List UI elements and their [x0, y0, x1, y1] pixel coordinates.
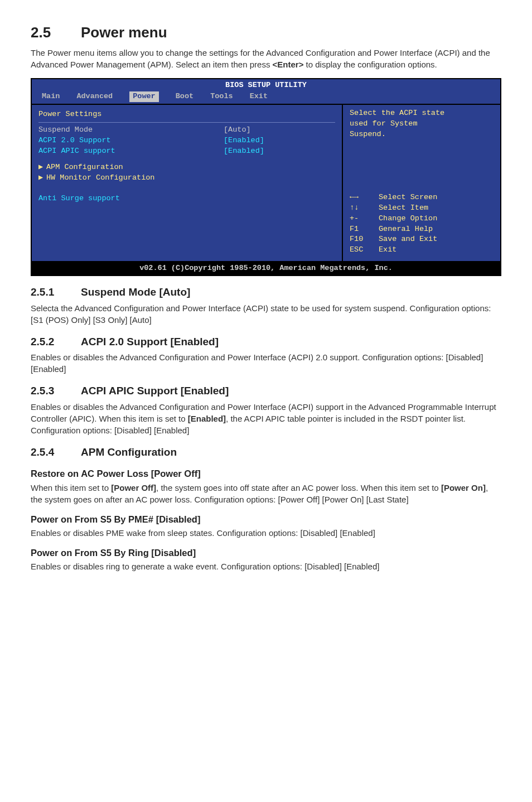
- bios-key-row: ↑↓Select Item: [350, 203, 495, 214]
- subsection-heading-253: 2.5.3ACPI APIC Support [Enabled]: [31, 384, 501, 399]
- bios-item-label: ACPI APIC support: [38, 146, 224, 157]
- sub3-heading-restore: Restore on AC Power Loss [Power Off]: [31, 467, 501, 480]
- subsection-title: Suspend Mode [Auto]: [81, 286, 190, 298]
- bios-key-legend: ←→Select Screen ↑↓Select Item +-Change O…: [350, 176, 495, 255]
- subsection-body-251: Selecta the Advanced Configuration and P…: [31, 302, 501, 326]
- bios-key: F10: [350, 234, 373, 245]
- subsection-body-252: Enables or disables the Advanced Configu…: [31, 351, 501, 375]
- subsection-number: 2.5.4: [31, 445, 81, 460]
- subsection-number: 2.5.2: [31, 335, 81, 350]
- subsection-heading-251: 2.5.1Suspend Mode [Auto]: [31, 285, 501, 300]
- p1-b2: [Power On]: [441, 483, 486, 492]
- bios-key: +-: [350, 214, 373, 224]
- bios-key-desc: Exit: [379, 245, 396, 255]
- p1-b1: [Power Off]: [111, 483, 156, 492]
- bios-key: ESC: [350, 245, 373, 255]
- bios-item-value: [Auto]: [224, 125, 335, 136]
- bios-key: ←→: [350, 192, 373, 203]
- bios-right-pane: Select the ACPI state used for System Su…: [343, 105, 500, 261]
- bios-key: ↑↓: [350, 203, 373, 214]
- bios-item-acpi20[interactable]: ACPI 2.0 Support [Enabled]: [38, 136, 335, 146]
- bios-item-value: [Enabled]: [224, 136, 335, 146]
- bios-left-pane: Power Settings Suspend Mode [Auto] ACPI …: [32, 105, 343, 261]
- body-bold: [Enabled]: [188, 414, 226, 423]
- bios-footer: v02.61 (C)Copyright 1985-2010, American …: [32, 261, 500, 275]
- bios-help-text: Select the ACPI state used for System Su…: [350, 108, 495, 140]
- bios-tab-power[interactable]: Power: [129, 91, 159, 102]
- bios-tab-boot[interactable]: Boot: [176, 91, 194, 102]
- bios-submenu-label: APM Configuration: [46, 163, 123, 171]
- bios-screenshot: BIOS SETUP UTILITY Main Advanced Power B…: [31, 78, 501, 276]
- bios-pane-heading: Power Settings: [38, 108, 335, 121]
- bios-tab-tools[interactable]: Tools: [210, 91, 233, 102]
- bios-key-row: F1General Help: [350, 224, 495, 235]
- bios-submenu-hwmon[interactable]: ▶HW Monitor Configuration: [38, 173, 335, 183]
- bios-tab-advanced[interactable]: Advanced: [76, 91, 113, 102]
- sub3-heading-pme: Power on From S5 By PME# [Disabled]: [31, 513, 501, 526]
- bios-tab-exit[interactable]: Exit: [250, 91, 268, 102]
- bios-divider: [38, 122, 335, 123]
- subsection-title: ACPI 2.0 Support [Enabled]: [81, 336, 219, 347]
- bios-submenu-apm[interactable]: ▶APM Configuration: [38, 162, 335, 173]
- bios-key-desc: General Help: [379, 224, 433, 235]
- bios-tab-bar: Main Advanced Power Boot Tools Exit: [32, 91, 500, 104]
- bios-tab-main[interactable]: Main: [42, 91, 60, 102]
- sub3-body-ring: Enables or disables ring to generate a w…: [31, 561, 501, 572]
- bios-title: BIOS SETUP UTILITY: [32, 79, 500, 91]
- subsection-title: ACPI APIC Support [Enabled]: [81, 385, 229, 397]
- sub3-heading-ring: Power on From S5 By Ring [Disabled]: [31, 547, 501, 559]
- bios-item-value: [Enabled]: [224, 146, 335, 157]
- section-number: 2.5: [31, 22, 81, 42]
- bios-key-desc: Select Item: [379, 203, 428, 214]
- triangle-icon: ▶: [38, 162, 46, 173]
- intro-suffix: to display the configuration options.: [303, 60, 437, 69]
- subsection-heading-254: 2.5.4APM Configuration: [31, 445, 501, 460]
- subsection-body-253: Enables or disables the Advanced Configu…: [31, 401, 501, 436]
- bios-key-row: ←→Select Screen: [350, 192, 495, 203]
- subsection-number: 2.5.3: [31, 384, 81, 399]
- bios-key-row: F10Save and Exit: [350, 234, 495, 245]
- bios-submenu-label: HW Monitor Configuration: [46, 173, 154, 182]
- section-heading: 2.5Power menu: [31, 22, 501, 42]
- intro-bold: <Enter>: [273, 60, 304, 69]
- bios-item-anti-surge[interactable]: Anti Surge support: [38, 194, 335, 204]
- bios-help-line: Suspend.: [350, 129, 495, 140]
- bios-item-acpi-apic[interactable]: ACPI APIC support [Enabled]: [38, 146, 335, 157]
- bios-help-line: used for System: [350, 119, 495, 129]
- subsection-title: APM Configuration: [81, 446, 177, 458]
- subsection-number: 2.5.1: [31, 285, 81, 300]
- triangle-icon: ▶: [38, 173, 46, 183]
- sub3-body-restore: When this item set to [Power Off], the s…: [31, 482, 501, 505]
- bios-item-label: Suspend Mode: [38, 125, 224, 136]
- bios-key-desc: Change Option: [379, 214, 437, 224]
- bios-key: F1: [350, 224, 373, 235]
- sub3-body-pme: Enables or disables PME wake from sleep …: [31, 527, 501, 539]
- bios-key-row: ESCExit: [350, 245, 495, 255]
- subsection-heading-252: 2.5.2ACPI 2.0 Support [Enabled]: [31, 335, 501, 350]
- section-title: Power menu: [81, 24, 167, 41]
- bios-key-desc: Save and Exit: [379, 234, 437, 245]
- intro-paragraph: The Power menu items allow you to change…: [31, 47, 501, 70]
- bios-help-line: Select the ACPI state: [350, 108, 495, 119]
- bios-key-row: +-Change Option: [350, 214, 495, 224]
- p1-a: When this item set to: [31, 483, 111, 492]
- p1-c: , the system goes into off state after a…: [156, 483, 441, 492]
- bios-item-suspend-mode[interactable]: Suspend Mode [Auto]: [38, 125, 335, 136]
- bios-key-desc: Select Screen: [379, 192, 437, 203]
- bios-item-label: ACPI 2.0 Support: [38, 136, 224, 146]
